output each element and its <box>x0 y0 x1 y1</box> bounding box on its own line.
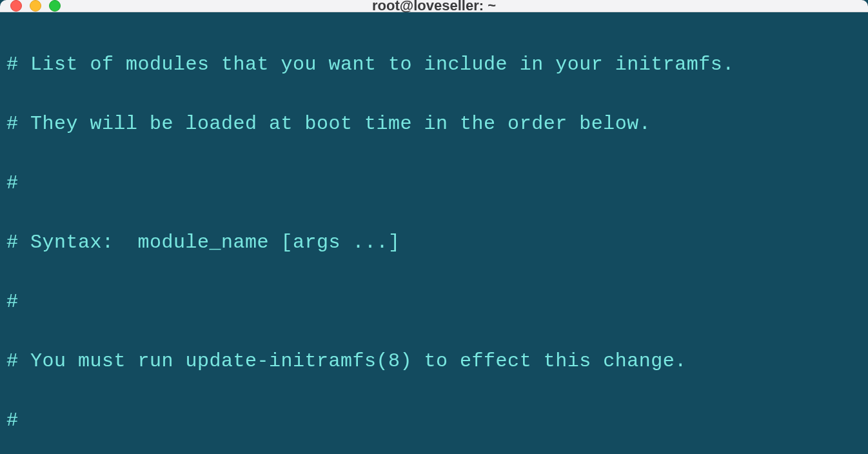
comment-line: # You must run update-initramfs(8) to ef… <box>6 350 687 372</box>
window-controls <box>10 0 61 12</box>
zoom-icon[interactable] <box>49 0 61 12</box>
close-icon[interactable] <box>10 0 22 12</box>
comment-line: # <box>6 291 19 313</box>
comment-line: # List of modules that you want to inclu… <box>6 54 735 75</box>
comment-line: # They will be loaded at boot time in th… <box>6 113 651 135</box>
comment-line: # Syntax: module_name [args ...] <box>6 232 400 253</box>
comment-line: # <box>6 172 19 194</box>
comment-line: # <box>6 410 19 431</box>
terminal-window: root@loveseller: ~ # List of modules tha… <box>0 0 868 454</box>
minimize-icon[interactable] <box>30 0 41 12</box>
titlebar: root@loveseller: ~ <box>0 0 868 12</box>
terminal-body[interactable]: # List of modules that you want to inclu… <box>0 12 868 454</box>
